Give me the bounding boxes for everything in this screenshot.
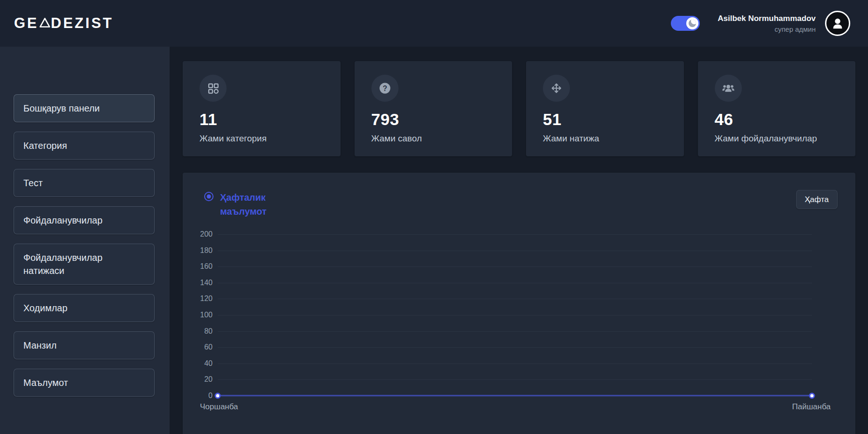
sidebar-item-dashboard[interactable]: Бошқарув панели bbox=[14, 94, 155, 122]
category-grid-icon bbox=[199, 75, 227, 102]
chart-gridline bbox=[218, 347, 812, 348]
chart-gridline bbox=[218, 266, 812, 267]
y-axis-tick-label: 120 bbox=[200, 294, 213, 303]
sidebar-item-employees[interactable]: Ходимлар bbox=[14, 294, 155, 322]
stat-value: 46 bbox=[715, 110, 856, 129]
theme-toggle[interactable] bbox=[671, 16, 700, 31]
chart-data-point[interactable] bbox=[809, 393, 815, 399]
y-axis-tick-label: 40 bbox=[204, 359, 213, 368]
chart-legend[interactable]: Ҳафталик маълумот bbox=[204, 190, 283, 218]
header-right: Asilbek Normuhammadov супер админ bbox=[671, 11, 850, 36]
sidebar-item-user-results[interactable]: Фойдаланувчилар натижаси bbox=[14, 244, 155, 285]
chart-gridline bbox=[218, 315, 812, 315]
y-axis-tick-label: 60 bbox=[204, 343, 213, 351]
users-icon bbox=[715, 75, 742, 102]
avatar[interactable] bbox=[825, 11, 850, 36]
y-axis-tick-label: 180 bbox=[200, 246, 213, 255]
chart-data-point[interactable] bbox=[215, 393, 221, 399]
y-axis-tick-label: 20 bbox=[204, 375, 213, 384]
sidebar: Бошқарув панели Категория Тест Фойдалану… bbox=[0, 47, 170, 434]
chart-gridline bbox=[218, 331, 812, 332]
app-logo: GE DEZIST bbox=[14, 15, 114, 32]
stat-label: Жами натижа bbox=[543, 133, 684, 144]
stat-label: Жами категория bbox=[199, 133, 341, 144]
stat-card-results: 51 Жами натижа bbox=[526, 61, 684, 156]
legend-label: Ҳафталик маълумот bbox=[220, 190, 283, 218]
person-icon bbox=[831, 16, 845, 30]
chart-gridline bbox=[218, 364, 812, 364]
stat-value: 11 bbox=[199, 110, 341, 129]
user-info: Asilbek Normuhammadov супер админ bbox=[718, 14, 816, 33]
weekly-chart-panel: Ҳафталик маълумот Ҳафта Чоршанба Пайшанб… bbox=[183, 173, 855, 434]
x-axis-label-left: Чоршанба bbox=[200, 402, 238, 412]
period-button[interactable]: Ҳафта bbox=[796, 190, 838, 209]
chart-gridline bbox=[218, 251, 812, 251]
header: GE DEZIST Asilbek Normuhammadov супер ад… bbox=[0, 0, 868, 47]
moon-icon bbox=[689, 20, 696, 27]
svg-text:?: ? bbox=[383, 84, 387, 92]
stat-value: 51 bbox=[543, 110, 684, 129]
y-axis-tick-label: 100 bbox=[200, 311, 213, 319]
chart-gridline bbox=[218, 234, 812, 235]
x-axis-label-right: Пайшанба bbox=[792, 402, 831, 412]
y-axis-tick-label: 0 bbox=[208, 392, 213, 400]
chart-gridline bbox=[218, 379, 812, 380]
stat-label: Жами савол bbox=[371, 133, 512, 144]
sidebar-item-address[interactable]: Манзил bbox=[14, 331, 155, 359]
y-axis-tick-label: 140 bbox=[200, 279, 213, 287]
stat-value: 793 bbox=[371, 110, 512, 129]
stat-card-users: 46 Жами фойдаланувчилар bbox=[698, 61, 856, 156]
logo-text-suffix: DEZIST bbox=[51, 15, 114, 32]
theme-toggle-knob bbox=[686, 17, 698, 29]
chart-gridline bbox=[218, 283, 812, 283]
user-role: супер админ bbox=[718, 25, 816, 33]
user-name: Asilbek Normuhammadov bbox=[718, 14, 816, 23]
main-content: 11 Жами категория ? 793 Жами савол bbox=[170, 47, 868, 434]
sidebar-item-category[interactable]: Категория bbox=[14, 132, 155, 160]
question-icon: ? bbox=[371, 75, 398, 102]
chart-gridline bbox=[218, 299, 812, 299]
chart-gridline bbox=[218, 396, 812, 396]
sidebar-item-test[interactable]: Тест bbox=[14, 169, 155, 197]
stat-label: Жами фойдаланувчилар bbox=[715, 133, 856, 144]
move-arrows-icon bbox=[543, 75, 570, 102]
stat-card-categories: 11 Жами категория bbox=[183, 61, 341, 156]
y-axis-tick-label: 200 bbox=[200, 230, 213, 238]
y-axis-tick-label: 80 bbox=[204, 327, 213, 336]
stat-card-questions: ? 793 Жами савол bbox=[355, 61, 512, 156]
sidebar-item-info[interactable]: Маълумот bbox=[14, 369, 155, 397]
logo-text-prefix: GE bbox=[14, 15, 39, 32]
logo-triangle-icon bbox=[39, 17, 50, 28]
stat-cards-row: 11 Жами категория ? 793 Жами савол bbox=[183, 61, 855, 156]
legend-radio-icon bbox=[204, 192, 213, 201]
chart-plot-area: Чоршанба Пайшанба 2001801601401201008060… bbox=[218, 234, 812, 396]
sidebar-item-users[interactable]: Фойдаланувчилар bbox=[14, 206, 155, 234]
y-axis-tick-label: 160 bbox=[200, 262, 213, 271]
